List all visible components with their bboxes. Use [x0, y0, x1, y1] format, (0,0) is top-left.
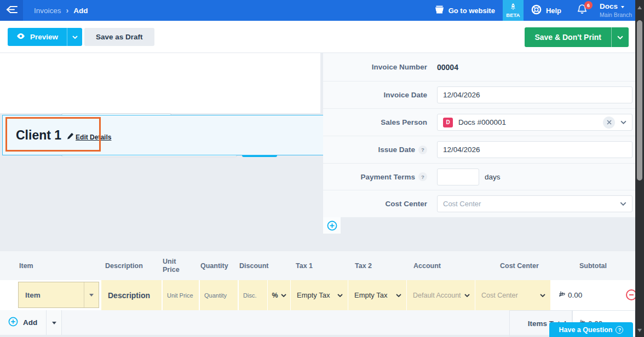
sales-person-value: Docs #000001 [458, 118, 506, 126]
x-icon [607, 120, 612, 125]
invoice-add-screen: Invoices › Add Go to website [0, 0, 644, 337]
tax2-value: Empty Tax [354, 291, 387, 299]
collapse-sidebar-icon [6, 5, 18, 16]
issue-date-row: Issue Date ? [323, 136, 635, 164]
circle-minus-icon [629, 294, 634, 295]
discount-unit: % [272, 292, 278, 299]
add-field-button[interactable] [323, 217, 341, 234]
scrollbar-thumb[interactable] [637, 20, 642, 181]
item-select[interactable]: Item [18, 282, 99, 308]
collapse-sidebar-button[interactable] [0, 0, 23, 21]
have-a-question-button[interactable]: Have a Question ? [549, 322, 633, 337]
items-table-header: Item Description Unit Price Quantity Dis… [0, 251, 644, 280]
add-row-button[interactable]: Add [0, 310, 46, 335]
client-preview-name: Client 1 [16, 128, 61, 143]
invoice-number-value: 00004 [437, 63, 458, 72]
account-placeholder: Default Account [413, 292, 461, 299]
topbar-right-group: Go to website BETA [427, 0, 632, 21]
save-and-dont-print-label: Save & Don't Print [534, 33, 601, 42]
tax2-select[interactable]: Empty Tax [348, 280, 406, 310]
cost-center-placeholder: Cost Center [443, 200, 481, 208]
chevron-down-icon [617, 36, 623, 39]
discount-input[interactable]: Disc. [239, 280, 267, 310]
column-header-description: Description [105, 251, 143, 281]
beta-label: BETA [506, 12, 520, 18]
column-header-cost-center: Cost Center [500, 251, 539, 281]
account-select[interactable]: Default Account [407, 280, 475, 310]
quantity-placeholder: Quantity [200, 292, 227, 299]
item-placeholder: Item [19, 291, 84, 299]
row-subtotal: 0.00 [550, 280, 582, 310]
chevron-down-icon [72, 36, 78, 39]
caret-down-icon [52, 322, 56, 327]
add-row-dropdown-button[interactable] [46, 310, 61, 335]
chevron-down-icon [620, 120, 626, 124]
row-cost-center-select[interactable]: Cost Center [475, 280, 550, 310]
issue-date-input[interactable] [437, 141, 633, 158]
save-as-draft-button[interactable]: Save as Draft [84, 28, 154, 46]
chevron-down-icon [396, 294, 401, 297]
cost-center-label: Cost Center [323, 200, 427, 208]
invoice-date-input[interactable] [437, 86, 633, 103]
clear-sales-person-button[interactable] [603, 117, 615, 129]
breadcrumb-invoices[interactable]: Invoices [34, 7, 61, 15]
help-link[interactable]: Help [524, 0, 569, 21]
riyal-currency-icon [559, 291, 565, 300]
payment-terms-unit: days [485, 173, 501, 181]
discount-placeholder: Disc. [239, 292, 256, 299]
go-to-website-link[interactable]: Go to website [427, 0, 503, 21]
column-header-quantity: Quantity [200, 251, 228, 281]
question-mark-icon: ? [616, 326, 623, 334]
life-ring-icon [531, 4, 542, 16]
tax1-select[interactable]: Empty Tax [291, 280, 348, 310]
account-menu[interactable]: Docs Main Branch [595, 2, 632, 19]
chevron-down-icon [620, 202, 626, 206]
breadcrumb-separator-icon: › [66, 6, 69, 15]
beta-button[interactable]: BETA [503, 0, 524, 21]
breadcrumb: Invoices › Add [34, 6, 88, 15]
tax1-value: Empty Tax [297, 291, 330, 299]
unit-price-input[interactable]: Unit Price [163, 280, 199, 310]
chevron-down-icon [621, 6, 624, 10]
preview-dropdown-button[interactable] [67, 28, 82, 46]
action-bar: Preview Save as Draft Save & Don't Print [0, 21, 644, 53]
edit-client-details-link[interactable]: Edit Details [67, 133, 111, 141]
have-a-question-label: Have a Question [559, 326, 613, 334]
preview-label: Preview [30, 33, 58, 41]
invoice-number-row: Invoice Number 00004 [323, 53, 635, 82]
issue-date-label: Issue Date ? [323, 146, 427, 154]
vertical-scrollbar[interactable] [635, 0, 644, 337]
column-header-tax2: Tax 2 [355, 251, 372, 281]
payment-terms-input[interactable] [437, 168, 479, 185]
column-header-item: Item [19, 251, 33, 281]
scrollbar-up-arrow[interactable] [637, 4, 642, 9]
rocket-icon [510, 3, 516, 11]
eye-icon [16, 33, 25, 41]
quantity-input[interactable]: Quantity [200, 280, 238, 310]
save-and-dont-print-button[interactable]: Save & Don't Print [525, 33, 611, 42]
payment-terms-help-icon[interactable]: ? [418, 172, 427, 181]
cost-center-select[interactable]: Cost Center [437, 195, 633, 212]
scrollbar-down-arrow[interactable] [637, 329, 642, 334]
row-cost-center-placeholder: Cost Center [481, 292, 518, 299]
sales-person-label: Sales Person [323, 118, 427, 126]
notifications-button[interactable]: 6 [569, 0, 595, 21]
discount-type-select[interactable]: % [268, 280, 290, 310]
payment-terms-label: Payment Terms ? [323, 172, 427, 181]
row-subtotal-value: 0.00 [568, 291, 582, 299]
issue-date-help-icon[interactable]: ? [418, 146, 427, 154]
cost-center-row: Cost Center Cost Center [323, 190, 635, 217]
payment-terms-row: Payment Terms ? days [323, 164, 635, 190]
sales-person-row: Sales Person D Docs #000001 [323, 109, 635, 136]
column-header-tax1: Tax 1 [296, 251, 313, 281]
sales-person-avatar: D [443, 118, 453, 127]
save-dropdown-button[interactable] [611, 27, 629, 47]
save-as-draft-label: Save as Draft [96, 33, 143, 41]
sales-person-select[interactable]: D Docs #000001 [437, 114, 633, 131]
circle-plus-icon [327, 220, 337, 231]
save-split-button: Save & Don't Print [525, 27, 629, 47]
invoice-number-label: Invoice Number [323, 63, 427, 71]
preview-button[interactable]: Preview [8, 28, 67, 46]
go-to-website-label: Go to website [449, 7, 495, 15]
description-input[interactable]: Description [101, 280, 162, 310]
